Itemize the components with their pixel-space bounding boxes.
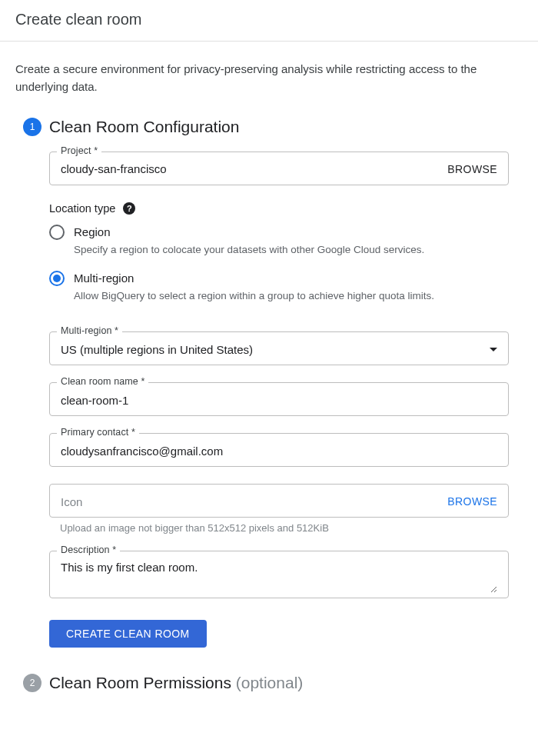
multi-region-radio[interactable] [49,271,65,286]
primary-contact-label: Primary contact * [57,427,139,438]
create-clean-room-button[interactable]: CREATE CLEAN ROOM [49,620,207,648]
multi-region-radio-desc: Allow BigQuery to select a region within… [74,288,509,304]
room-name-input[interactable] [61,394,497,407]
room-name-label: Clean room name * [57,376,148,387]
project-browse-button[interactable]: BROWSE [447,163,497,175]
description-textarea[interactable] [61,561,497,593]
project-label: Project * [57,145,101,156]
icon-field[interactable]: Icon BROWSE [49,484,509,518]
multi-region-radio-label: Multi-region [74,270,509,287]
multi-region-value: US (multiple regions in United States) [61,343,483,356]
step-number-1: 1 [23,118,42,136]
primary-contact-input[interactable] [61,445,497,458]
region-radio-label: Region [74,224,509,241]
step-title-config: Clean Room Configuration [49,118,523,136]
project-field[interactable]: cloudy-san-francisco BROWSE [49,152,509,185]
chevron-down-icon [490,348,497,351]
step-title-permissions: Clean Room Permissions (optional) [49,674,523,692]
page-title: Create clean room [15,11,523,28]
region-radio[interactable] [49,225,65,240]
icon-helper-text: Upload an image not bigger than 512x512 … [49,522,509,534]
icon-browse-button[interactable]: BROWSE [447,495,497,508]
multi-region-label: Multi-region * [57,325,122,336]
description-label: Description * [57,545,120,555]
location-type-label: Location type [49,202,115,215]
icon-placeholder: Icon [61,495,447,508]
step-number-2: 2 [23,674,42,692]
region-radio-desc: Specify a region to colocate your datase… [74,242,509,258]
help-icon[interactable]: ? [123,202,135,215]
multi-region-select[interactable]: US (multiple regions in United States) [49,331,509,365]
project-value: cloudy-san-francisco [61,162,447,175]
intro-text: Create a secure environment for privacy-… [15,60,500,96]
